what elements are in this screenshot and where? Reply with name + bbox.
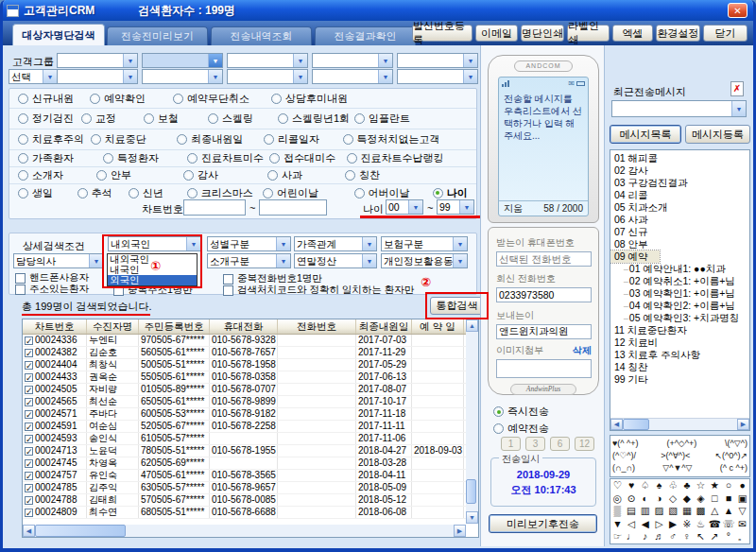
tab-4[interactable]: 전송결과확인 [315,26,416,45]
row-checkbox[interactable] [25,410,33,419]
group-select-b2[interactable]: ▼ [142,69,223,84]
column-header-5[interactable]: 전화번호 [278,319,356,334]
radio-가족환자[interactable]: 가족환자 [18,151,103,165]
group-select-3[interactable]: ▼ [227,53,308,68]
message-item[interactable]: 01 해피콜 [610,152,749,164]
symbol-item[interactable]: ♨ [694,518,708,531]
dropdown-option-외국인[interactable]: 외국인 [108,275,197,285]
group-select-1[interactable]: ▼ [57,53,138,68]
chevron-down-icon[interactable]: ▼ [123,54,137,67]
message-item[interactable]: ┄01 예약안내1: ●●치과 [610,263,749,275]
symbol-item[interactable]: ♧ [666,479,680,492]
symbol-item[interactable]: ■ [722,492,736,506]
table-row[interactable]: 00024591여순심520505-67*****010-5678-225820… [23,421,478,433]
radio-리콜일자[interactable]: 리콜일자 [264,132,343,147]
row-checkbox[interactable] [25,496,33,505]
tab-2[interactable]: 전송전미리보기 [107,26,208,45]
row-checkbox[interactable] [25,472,33,480]
radio-치료후주의[interactable]: 치료후주의 [18,132,91,147]
symbol-item[interactable]: ◀ [638,518,652,531]
symbol-item[interactable]: ♀ [679,530,694,543]
symbol-item[interactable]: ◑ [652,492,666,506]
chevron-down-icon[interactable]: ▼ [208,70,222,83]
radio-임플란트[interactable]: 임플란트 [354,112,422,126]
emoticon-item[interactable]: (^♡^)/ [612,450,636,462]
symbol-item[interactable]: ♪ [638,530,652,543]
message-list-button[interactable]: 메시지목록 [610,125,681,144]
radio-칭찬[interactable]: 칭찬 [345,168,413,182]
message-item[interactable]: ┄03 예약확인1: +이름+님 [610,287,749,300]
scroll-left-icon[interactable]: ◀ [23,525,35,537]
vertical-scrollbar[interactable]: ▲ ▼ [466,319,478,524]
symbol-item[interactable]: ▩ [694,505,708,518]
symbol-item[interactable]: ♠ [652,479,666,492]
horizontal-scrollbar[interactable]: ◀ ▶ [610,418,749,430]
symbol-item[interactable]: ▤ [625,505,639,518]
table-row[interactable]: 00024788김태희570505-67*****010-5678-008520… [23,494,478,507]
message-item[interactable]: 03 구강검진결과 [610,177,749,189]
symbol-item[interactable]: ▧ [666,505,680,518]
toolbar-button-5[interactable]: 엑셀 [612,25,653,42]
age-to-select[interactable]: 99▼ [437,199,474,215]
scroll-right-icon[interactable]: ▶ [737,419,749,430]
detail-select-연말정산[interactable]: 연말정산▼ [294,253,377,268]
symbol-item[interactable]: ✉ [735,518,749,531]
radio-크리스마스[interactable]: 크리스마스 [187,186,263,200]
radio-특정환자[interactable]: 특정환자 [103,151,187,165]
detail-select-개인정보활용동의[interactable]: 개인정보활용동의▼ [381,253,468,268]
column-header-2[interactable]: 수진자명 [87,319,139,334]
chevron-down-icon[interactable]: ▼ [186,237,200,250]
message-item[interactable]: 99 기타 [610,373,749,386]
emoticon-item[interactable]: (^ c ^+) [720,462,747,474]
symbol-item[interactable]: ☞ [610,530,625,543]
symbol-item[interactable]: ↗ [708,530,722,543]
message-item[interactable]: 13 치료후 주의사항 [610,349,749,361]
table-row[interactable]: 00024745차영옥620505-69*****2018-03-28 [23,457,478,470]
radio-신년[interactable]: 신년 [129,186,187,200]
group-select-2[interactable]: ▼ [142,53,223,68]
message-item[interactable]: 02 감사 [610,164,749,177]
chevron-down-icon[interactable]: ▼ [463,54,477,67]
row-checkbox[interactable] [25,423,33,431]
row-checkbox[interactable] [25,336,33,345]
symbol-item[interactable]: ※ [679,518,694,531]
symbol-item[interactable]: ☎ [708,518,722,531]
symbol-item[interactable]: ▶ [666,518,680,531]
row-checkbox[interactable] [25,373,33,382]
radio-신규내원[interactable]: 신규내원 [18,92,90,106]
radio-스켈링[interactable]: 스켈링 [208,112,278,126]
reserve-hour-6[interactable]: 6 [550,437,570,451]
symbol-item[interactable]: ♥ [625,479,639,492]
symbol-item[interactable]: ◎ [610,492,625,506]
radio-진료차트미수[interactable]: 진료차트미수 [187,151,269,165]
chevron-down-icon[interactable]: ▼ [378,70,392,83]
scroll-left-icon[interactable]: ◀ [610,419,623,430]
table-row[interactable]: 00024336누엔티970505-67*****010-5678-932820… [23,335,478,347]
receiver-input[interactable] [496,251,592,267]
immediate-send-radio[interactable]: 즉시전송 [493,405,549,419]
clear-button[interactable]: 지움 [504,202,523,216]
row-checkbox[interactable] [25,484,33,492]
image-attach-input[interactable] [496,359,592,378]
scroll-thumb[interactable] [35,525,126,537]
close-icon[interactable]: ✕ [728,3,747,18]
radio-어버이날[interactable]: 어버이날 [354,186,433,200]
symbol-item[interactable]: ♣ [679,479,694,492]
scroll-thumb[interactable] [623,419,649,430]
horizontal-scrollbar[interactable]: ◀ ▶ [23,525,466,537]
select-mode-select[interactable]: 선택▼ [9,69,58,84]
symbol-item[interactable]: ◇ [666,492,680,506]
table-row[interactable]: 00024593송인식610505-57*****2017-11-06 [23,433,478,445]
radio-교정[interactable]: 교정 [81,112,144,126]
emoticon-item[interactable]: ↖(^0^)↗ [714,450,747,462]
scroll-down-icon[interactable]: ▼ [466,511,478,524]
toolbar-button-2[interactable]: 이메일 [475,25,518,42]
row-checkbox[interactable] [25,349,33,357]
symbol-item[interactable]: ● [735,479,749,492]
detail-select-가족관계[interactable]: 가족관계▼ [294,236,377,251]
emoticon-item[interactable]: >(^∀^)< [661,450,690,462]
symbol-item[interactable]: ▥ [638,505,652,518]
message-item[interactable]: 04 리콜 [610,189,749,201]
symbol-item[interactable]: ↖ [694,530,708,543]
symbol-item[interactable]: ♂ [666,530,680,543]
